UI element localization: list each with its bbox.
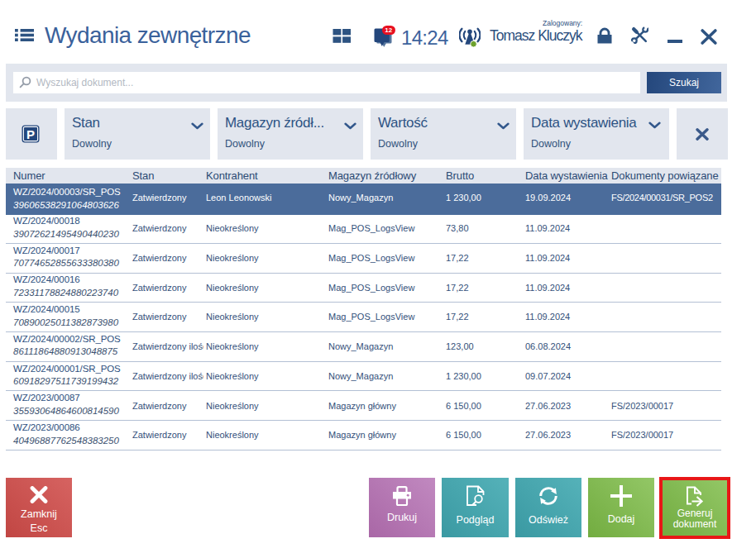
svg-text:P: P bbox=[26, 127, 35, 141]
